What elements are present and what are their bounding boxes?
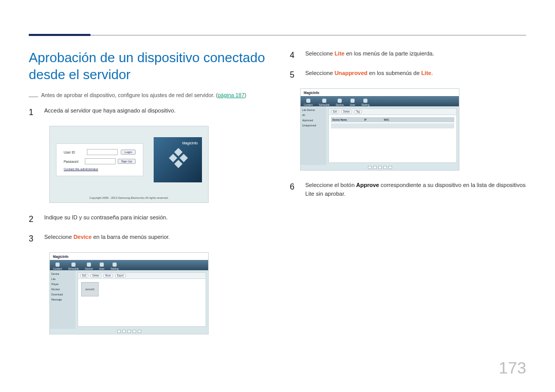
- pager-btn[interactable]: [368, 166, 372, 169]
- step-4-text: Seleccione Lite en los menús de la parte…: [305, 49, 434, 62]
- password-input[interactable]: [85, 158, 116, 164]
- dash2-sidebar: Lite Device All Approved Unapproved: [301, 106, 326, 165]
- nav-user[interactable]: User: [99, 263, 105, 270]
- step-3-suffix: en la barra de menús superior.: [91, 234, 170, 240]
- nav-device[interactable]: Device: [336, 99, 343, 106]
- tb-btn[interactable]: Delete: [341, 110, 352, 114]
- device-thumb[interactable]: device01: [81, 282, 99, 296]
- page-title: Aprobación de un dispositivo conectado d…: [29, 49, 265, 83]
- lite-unapproved-screenshot: MagicInfo Content Schedule Device User S…: [300, 88, 459, 171]
- col-mac: MAC: [384, 119, 389, 121]
- diamond-logo-icon: [166, 148, 190, 172]
- note-text: Antes de aprobar el dispositivo, configu…: [41, 92, 246, 98]
- step-3-text: Seleccione Device en la barra de menús s…: [44, 233, 170, 245]
- step-5-mid: en los submenús de: [367, 70, 421, 76]
- setting-icon: [113, 263, 117, 267]
- tb-delete[interactable]: Delete: [90, 274, 101, 277]
- step-6-bold: Approve: [356, 182, 379, 188]
- login-body: User ID Login Password Sign Up Contact t…: [50, 126, 208, 193]
- nav-device[interactable]: Device: [85, 263, 92, 270]
- dash2-pagination: [301, 165, 459, 170]
- side-item[interactable]: Device: [51, 272, 74, 275]
- col-name: Device Name: [332, 119, 347, 121]
- nav-schedule[interactable]: Schedule: [319, 99, 330, 106]
- lite-device-row[interactable]: [331, 123, 454, 128]
- lite-device-list: Device Name IP MAC: [329, 115, 456, 132]
- note-dash-icon: [29, 97, 38, 97]
- dash2-top-nav: Content Schedule Device User Setting: [301, 96, 459, 106]
- page-number: 173: [499, 359, 526, 378]
- pager-btn[interactable]: [388, 166, 392, 169]
- step-1-text: Acceda al servidor que haya asignado al …: [44, 106, 176, 119]
- step-4-highlight: Lite: [335, 50, 345, 57]
- brand-logo-panel: MagicInfo: [154, 137, 202, 182]
- login-button[interactable]: Login: [121, 150, 136, 155]
- pre-step-note: Antes de aprobar el dispositivo, configu…: [29, 92, 265, 98]
- side-item[interactable]: Unapproved: [302, 124, 325, 127]
- side-item[interactable]: Download: [51, 293, 74, 296]
- step-3-prefix: Seleccione: [44, 234, 73, 240]
- side-item[interactable]: All: [302, 114, 325, 117]
- nav-setting[interactable]: Setting: [361, 99, 369, 106]
- side-item[interactable]: Message: [51, 298, 74, 301]
- step-3: 3 Seleccione Device en la barra de menús…: [29, 233, 265, 245]
- nav-user[interactable]: User: [350, 99, 356, 106]
- nav-content[interactable]: Content: [53, 263, 62, 270]
- step-5-highlight: Unapproved: [335, 70, 367, 76]
- step-4: 4 Seleccione Lite en los menús de la par…: [290, 49, 526, 62]
- dash-header: MagicInfo: [50, 253, 208, 260]
- pager-btn[interactable]: [122, 330, 126, 333]
- tb-btn[interactable]: Tag: [354, 110, 362, 114]
- nav-content[interactable]: Content: [304, 99, 313, 106]
- step-5-number: 5: [290, 69, 297, 81]
- dash2-header: MagicInfo: [301, 89, 459, 96]
- step-4-number: 4: [290, 49, 297, 62]
- device-icon: [87, 263, 91, 267]
- tb-btn[interactable]: Edit: [331, 110, 339, 114]
- svg-rect-1: [169, 154, 177, 162]
- signup-button[interactable]: Sign Up: [118, 159, 136, 164]
- setting-icon: [363, 99, 367, 103]
- step-3-highlight: Device: [73, 234, 91, 240]
- side-item[interactable]: Approved: [302, 119, 325, 122]
- note-text-main: Antes de aprobar el dispositivo, configu…: [41, 92, 218, 98]
- tb-edit[interactable]: Edit: [80, 274, 88, 277]
- pager-btn[interactable]: [117, 330, 121, 333]
- contact-admin-link[interactable]: Contact the administrator: [64, 167, 136, 171]
- dash-brand: MagicInfo: [53, 255, 68, 258]
- pager-btn[interactable]: [378, 166, 382, 169]
- step-6-prefix: Seleccione el botón: [305, 182, 356, 188]
- login-form: User ID Login Password Sign Up Contact t…: [56, 143, 143, 176]
- page-ref-link[interactable]: página 187: [218, 92, 245, 98]
- step-6-text: Seleccione el botón Approve correspondie…: [305, 181, 526, 198]
- nav-schedule[interactable]: Schedule: [68, 263, 79, 270]
- step-4-prefix: Seleccione: [305, 50, 335, 57]
- pager-btn[interactable]: [373, 166, 377, 169]
- step-5-tail: .: [431, 70, 433, 76]
- right-column: 4 Seleccione Lite en los menús de la par…: [290, 49, 526, 345]
- pager-btn[interactable]: [133, 330, 136, 333]
- tb-move[interactable]: Move: [103, 274, 113, 277]
- step-5-highlight-2: Lite: [421, 70, 432, 76]
- pager-btn[interactable]: [127, 330, 131, 333]
- schedule-icon: [322, 99, 326, 103]
- pager-btn[interactable]: [383, 166, 387, 169]
- user-icon: [100, 263, 104, 267]
- nav-setting[interactable]: Setting: [110, 263, 119, 270]
- tb-export[interactable]: Export: [115, 274, 126, 277]
- side-item[interactable]: Player: [51, 283, 74, 286]
- side-item[interactable]: Monitor: [51, 288, 74, 291]
- step-1-number: 1: [29, 106, 36, 119]
- side-item[interactable]: Lite: [51, 277, 74, 281]
- userid-input[interactable]: [87, 149, 118, 155]
- step-3-number: 3: [29, 233, 36, 245]
- dash-toolbar: Edit Delete Move Export: [78, 273, 206, 279]
- schedule-icon: [71, 263, 76, 267]
- userid-label: User ID: [64, 151, 83, 154]
- login-screenshot: User ID Login Password Sign Up Contact t…: [49, 126, 209, 203]
- side-item[interactable]: Lite Device: [302, 108, 325, 111]
- col-ip: IP: [364, 119, 366, 121]
- dash-top-nav: Content Schedule Device User Setting: [50, 260, 208, 270]
- content-icon: [55, 263, 60, 267]
- pager-btn[interactable]: [138, 330, 141, 333]
